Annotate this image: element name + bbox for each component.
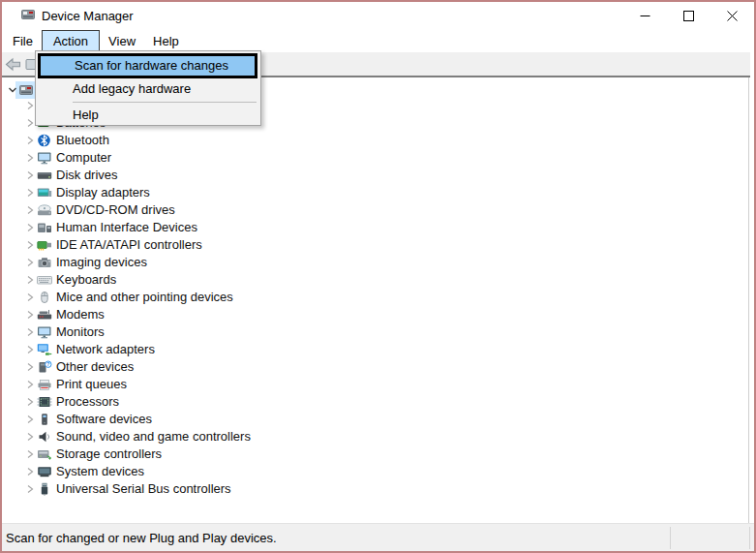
chevron-right-icon[interactable] xyxy=(25,152,35,164)
tree-item-label: DVD/CD-ROM drives xyxy=(56,201,175,219)
chevron-right-icon[interactable] xyxy=(25,239,35,251)
menubar-item-action[interactable]: Action xyxy=(42,30,100,51)
computer-root-icon xyxy=(18,83,34,97)
monitor-icon xyxy=(37,151,52,165)
mouse-icon xyxy=(37,291,52,304)
camera-icon xyxy=(37,256,52,269)
status-text: Scan for changed or new Plug and Play de… xyxy=(6,531,277,545)
chevron-right-icon[interactable] xyxy=(25,257,35,268)
chevron-right-icon[interactable] xyxy=(25,187,35,199)
menu-separator xyxy=(73,102,257,103)
tree-item-label: Disk drives xyxy=(56,167,118,184)
tree-item-label: Storage controllers xyxy=(56,445,162,463)
tree-item-label: Software devices xyxy=(56,411,152,428)
tree-item-dvd-cd-rom-drives[interactable]: DVD/CD-ROM drives xyxy=(2,201,748,219)
tree-item-mice-and-other-pointing-devices[interactable]: Mice and other pointing devices xyxy=(2,289,748,306)
statusbar-divider xyxy=(670,527,671,549)
tree-item-label: Processors xyxy=(56,393,119,411)
tree-item-human-interface-devices[interactable]: Human Interface Devices xyxy=(2,219,748,236)
back-arrow-icon[interactable] xyxy=(5,57,21,72)
chevron-right-icon[interactable] xyxy=(25,361,35,373)
tree-item-label: Universal Serial Bus controllers xyxy=(56,480,231,498)
tree-item-print-queues[interactable]: Print queues xyxy=(2,376,748,393)
statusbar: Scan for changed or new Plug and Play de… xyxy=(2,523,754,551)
tree-item-label: Computer xyxy=(56,149,111,167)
tree-item-universal-serial-bus-controllers[interactable]: Universal Serial Bus controllers xyxy=(2,480,748,498)
menu-item-help[interactable]: Help xyxy=(36,105,260,126)
device-tree: BatteriesBluetoothComputerDisk drivesDis… xyxy=(2,77,749,523)
tree-item-sound-video-and-game-controllers[interactable]: Sound, video and game controllers xyxy=(2,428,748,445)
chevron-right-icon[interactable] xyxy=(25,344,35,355)
chevron-right-icon[interactable] xyxy=(25,396,35,408)
tree-item-network-adapters[interactable]: Network adapters xyxy=(2,341,748,358)
maximize-button[interactable] xyxy=(667,2,711,29)
tree-item-label: Display adapters xyxy=(56,184,150,201)
tree-item-modems[interactable]: Modems xyxy=(2,306,748,323)
chevron-down-icon[interactable] xyxy=(7,84,18,96)
tree-item-processors[interactable]: Processors xyxy=(2,393,748,411)
chevron-right-icon[interactable] xyxy=(25,326,35,338)
tree-item-ide-ata-atapi-controllers[interactable]: IDE ATA/ATAPI controllers xyxy=(2,236,748,254)
tree-item-label: Modems xyxy=(56,306,105,323)
tree-item-monitors[interactable]: Monitors xyxy=(2,323,748,341)
chevron-right-icon[interactable] xyxy=(25,204,35,216)
tree-item-other-devices[interactable]: ?Other devices xyxy=(2,358,748,376)
chevron-right-icon[interactable] xyxy=(25,309,35,321)
chevron-right-icon[interactable] xyxy=(25,117,35,129)
software-icon xyxy=(37,413,52,426)
statusbar-divider xyxy=(749,527,750,549)
tree-item-label: Print queues xyxy=(56,376,127,393)
tree-item-display-adapters[interactable]: Display adapters xyxy=(2,184,748,201)
tree-item-label: Keyboards xyxy=(56,271,116,289)
ide-icon xyxy=(37,238,52,252)
maximize-icon xyxy=(683,11,694,21)
chevron-right-icon[interactable] xyxy=(25,379,35,390)
menubar-item-help[interactable]: Help xyxy=(144,30,188,51)
chevron-right-icon[interactable] xyxy=(25,448,35,460)
chevron-right-icon[interactable] xyxy=(25,431,35,443)
tree-item-computer[interactable]: Computer xyxy=(2,149,748,167)
tree-item-label: Other devices xyxy=(56,358,134,376)
action-menu-popup: Scan for hardware changesAdd legacy hard… xyxy=(35,50,261,126)
hid-icon xyxy=(37,221,52,234)
tree-item-disk-drives[interactable]: Disk drives xyxy=(2,167,748,184)
menubar-item-file[interactable]: File xyxy=(4,30,42,51)
disc-icon xyxy=(37,203,52,217)
close-button[interactable] xyxy=(711,2,754,29)
modem-icon xyxy=(37,308,52,322)
minimize-icon xyxy=(640,11,650,21)
hdd-icon xyxy=(37,169,52,182)
minimize-button[interactable] xyxy=(623,2,667,29)
chevron-right-icon[interactable] xyxy=(25,466,35,477)
usb-icon xyxy=(37,482,52,496)
menubar-item-view[interactable]: View xyxy=(100,30,144,51)
menu-item-add-legacy-hardware[interactable]: Add legacy hardware xyxy=(36,78,260,100)
chevron-right-icon[interactable] xyxy=(25,100,35,111)
window-title: Device Manager xyxy=(42,9,134,23)
device-manager-app-icon xyxy=(20,8,36,21)
tree-item-keyboards[interactable]: Keyboards xyxy=(2,271,748,289)
chevron-right-icon[interactable] xyxy=(25,414,35,425)
chevron-right-icon[interactable] xyxy=(25,483,35,495)
chevron-right-icon[interactable] xyxy=(25,292,35,303)
cpu-icon xyxy=(37,395,52,409)
chevron-right-icon[interactable] xyxy=(25,222,35,233)
tree-item-label: Monitors xyxy=(56,323,105,341)
tree-item-system-devices[interactable]: System devices xyxy=(2,463,748,480)
tree-item-software-devices[interactable]: Software devices xyxy=(2,411,748,428)
tree-item-storage-controllers[interactable]: Storage controllers xyxy=(2,445,748,463)
gpu-icon xyxy=(37,186,52,200)
speaker-icon xyxy=(37,430,52,444)
chevron-right-icon[interactable] xyxy=(25,135,35,146)
chevron-right-icon[interactable] xyxy=(25,274,35,286)
monitor-icon xyxy=(37,325,52,339)
storage-icon xyxy=(37,447,52,461)
titlebar: Device Manager xyxy=(2,2,754,29)
tree-item-label: Mice and other pointing devices xyxy=(56,289,233,306)
tree-item-label: Bluetooth xyxy=(56,132,109,149)
tree-item-bluetooth[interactable]: Bluetooth xyxy=(2,132,748,149)
menu-item-scan-for-hardware-changes[interactable]: Scan for hardware changes xyxy=(38,53,257,78)
tree-item-imaging-devices[interactable]: Imaging devices xyxy=(2,254,748,271)
chevron-right-icon[interactable] xyxy=(25,169,35,181)
tree-item-label: Sound, video and game controllers xyxy=(56,428,251,445)
